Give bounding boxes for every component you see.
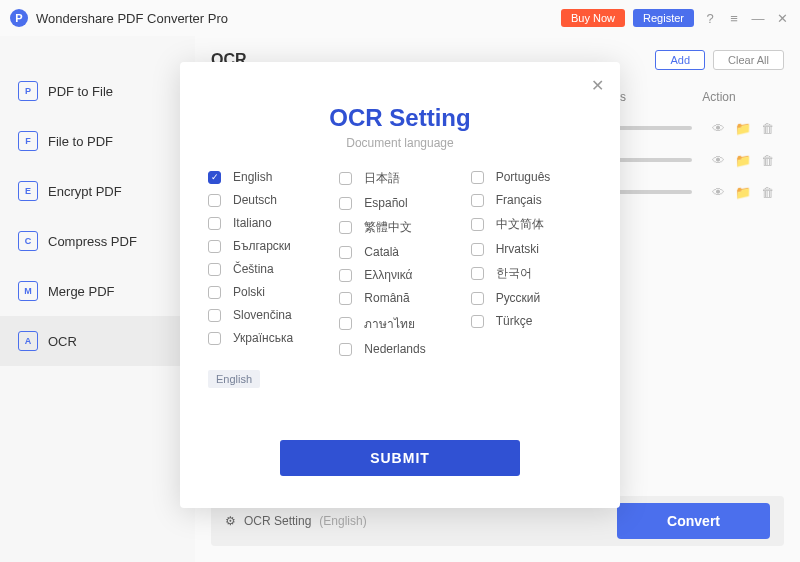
language-label: Português (496, 170, 551, 184)
checkbox[interactable] (339, 221, 352, 234)
checkbox[interactable] (208, 286, 221, 299)
language-option[interactable]: 繁體中文 (339, 219, 460, 236)
language-label: Română (364, 291, 409, 305)
checkbox[interactable] (208, 332, 221, 345)
checkbox[interactable] (471, 171, 484, 184)
language-label: 日本語 (364, 170, 400, 187)
checkbox[interactable] (208, 263, 221, 276)
language-option[interactable]: 日本語 (339, 170, 460, 187)
language-option[interactable]: Ελληνικά (339, 268, 460, 282)
language-label: English (233, 170, 272, 184)
language-label: Български (233, 239, 291, 253)
checkbox[interactable] (339, 343, 352, 356)
language-label: Hrvatski (496, 242, 539, 256)
language-option[interactable]: Català (339, 245, 460, 259)
language-label: 한국어 (496, 265, 532, 282)
language-label: Nederlands (364, 342, 425, 356)
language-label: Русский (496, 291, 541, 305)
checkbox[interactable] (471, 292, 484, 305)
language-option[interactable]: Українська (208, 331, 329, 345)
checkbox[interactable] (339, 246, 352, 259)
checkbox[interactable] (339, 292, 352, 305)
language-option[interactable]: Italiano (208, 216, 329, 230)
language-label: Čeština (233, 262, 274, 276)
language-label: Español (364, 196, 407, 210)
language-option[interactable]: Français (471, 193, 592, 207)
language-label: Italiano (233, 216, 272, 230)
language-label: Українська (233, 331, 293, 345)
language-option[interactable]: Español (339, 196, 460, 210)
checkbox[interactable] (339, 317, 352, 330)
checkbox[interactable]: ✓ (208, 171, 221, 184)
language-option[interactable]: 中文简体 (471, 216, 592, 233)
language-option[interactable]: Slovenčina (208, 308, 329, 322)
language-label: Français (496, 193, 542, 207)
language-label: 中文简体 (496, 216, 544, 233)
language-option[interactable]: ✓English (208, 170, 329, 184)
language-grid: ✓EnglishDeutschItalianoБългарскиČeštinaP… (208, 170, 592, 356)
checkbox[interactable] (471, 243, 484, 256)
checkbox[interactable] (208, 194, 221, 207)
modal-title: OCR Setting (208, 104, 592, 132)
selected-language-tag[interactable]: English (208, 370, 260, 388)
modal-close-button[interactable]: ✕ (591, 76, 604, 95)
language-option[interactable]: ภาษาไทย (339, 314, 460, 333)
language-option[interactable]: Български (208, 239, 329, 253)
ocr-setting-modal: ✕ OCR Setting Document language ✓English… (180, 62, 620, 508)
checkbox[interactable] (339, 269, 352, 282)
language-label: Català (364, 245, 399, 259)
language-option[interactable]: Română (339, 291, 460, 305)
checkbox[interactable] (339, 197, 352, 210)
modal-subtitle: Document language (208, 136, 592, 150)
checkbox[interactable] (471, 315, 484, 328)
language-option[interactable]: Hrvatski (471, 242, 592, 256)
language-option[interactable]: Türkçe (471, 314, 592, 328)
checkbox[interactable] (208, 240, 221, 253)
checkbox[interactable] (471, 267, 484, 280)
submit-button[interactable]: SUBMIT (280, 440, 520, 476)
language-option[interactable]: 한국어 (471, 265, 592, 282)
language-label: 繁體中文 (364, 219, 412, 236)
language-label: Türkçe (496, 314, 533, 328)
language-label: Polski (233, 285, 265, 299)
language-option[interactable]: Русский (471, 291, 592, 305)
checkbox[interactable] (471, 218, 484, 231)
checkbox[interactable] (471, 194, 484, 207)
language-label: Ελληνικά (364, 268, 412, 282)
language-label: ภาษาไทย (364, 314, 415, 333)
language-option[interactable]: Polski (208, 285, 329, 299)
language-option[interactable]: Nederlands (339, 342, 460, 356)
language-option[interactable]: Português (471, 170, 592, 184)
language-label: Slovenčina (233, 308, 292, 322)
checkbox[interactable] (208, 309, 221, 322)
language-option[interactable]: Čeština (208, 262, 329, 276)
checkbox[interactable] (208, 217, 221, 230)
language-label: Deutsch (233, 193, 277, 207)
checkbox[interactable] (339, 172, 352, 185)
language-option[interactable]: Deutsch (208, 193, 329, 207)
